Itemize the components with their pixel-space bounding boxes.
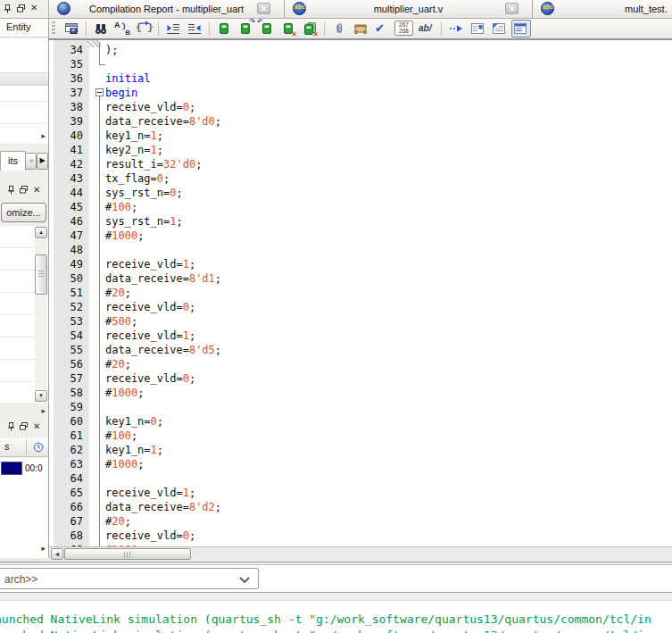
code-text: initial (105, 71, 151, 86)
code-text: key2_n=1; (105, 143, 163, 157)
match-brace-icon[interactable]: { } (135, 21, 153, 37)
column-divider[interactable] (26, 440, 27, 454)
fold-collapse-icon[interactable] (95, 88, 104, 96)
list-row-divider (0, 101, 48, 102)
tasks-list[interactable]: ▴ ▾ (0, 226, 48, 403)
pin-icon[interactable] (6, 421, 16, 431)
code-text: #1000; (105, 457, 144, 471)
scroll-down-button[interactable]: ▾ (35, 390, 47, 402)
scrollbar-thumb[interactable] (64, 548, 191, 560)
code-line: 44sys_rst_n=0; (49, 186, 672, 200)
close-panel-icon[interactable]: ✕ (30, 4, 37, 12)
pane-view-1-icon[interactable] (469, 21, 486, 37)
line-number: 50 (49, 271, 89, 286)
tab-scroll-right-button[interactable]: ▶ (37, 153, 48, 170)
tasks-column-headers[interactable]: s (0, 438, 48, 457)
project-navigator-list[interactable]: ▸ (0, 38, 48, 144)
attach-icon[interactable] (330, 21, 348, 37)
code-line: 40key1_n=1; (49, 129, 672, 143)
scroll-up-button[interactable]: ▴ (35, 227, 47, 238)
line-number: 64 (49, 471, 89, 486)
code-text: #1000; (105, 386, 144, 400)
tab-label: its (8, 155, 18, 166)
pane-view-3-icon[interactable] (511, 20, 531, 37)
pin-icon[interactable] (6, 185, 16, 195)
search-bar-row: arch>> (0, 565, 672, 592)
line-number: 57 (49, 371, 89, 386)
messages-pane-header-band (0, 593, 672, 601)
delete-all-bookmarks-icon[interactable]: ✕ (301, 21, 319, 37)
tab-title: mult_test. (625, 4, 668, 14)
scroll-left-button[interactable]: ◂ (51, 548, 63, 560)
fold-scope-line (99, 271, 100, 286)
line-number: 58 (49, 386, 89, 400)
line-number: 59 (49, 400, 89, 414)
previous-bookmark-icon[interactable]: ↶ (258, 21, 276, 37)
find-icon[interactable] (92, 21, 110, 37)
add-bookmark-icon[interactable] (215, 21, 233, 37)
tab-close-icon[interactable]: ✕ (505, 3, 519, 14)
line-number: 46 (49, 214, 89, 229)
editor-horizontal-scrollbar[interactable]: ◂ (49, 546, 672, 561)
toolbar-grip[interactable] (52, 21, 55, 36)
code-editor-surface[interactable]: 34);3536initial37begin38receive_vld=0;39… (49, 40, 672, 546)
code-line: 56#20; (49, 357, 672, 371)
scroll-right-icon[interactable]: ▸ (41, 131, 46, 140)
scrollbar-thumb[interactable] (35, 254, 47, 295)
comment-icon[interactable]: ab/ (418, 21, 436, 37)
application-window: ✕ Compilation Report - multiplier_uart ✕… (0, 0, 672, 633)
line-number: 37 (49, 86, 89, 100)
code-text: data_receive=8'd5; (105, 343, 221, 357)
fold-scope-line (99, 343, 100, 357)
tab-compilation-report[interactable]: Compilation Report - multiplier_uart ✕ (49, 0, 285, 18)
list-row-divider (0, 123, 48, 124)
line-number: 56 (49, 357, 89, 371)
window-save-icon[interactable] (62, 21, 80, 37)
scroll-right-icon[interactable]: ▸ (41, 544, 46, 553)
scroll-right-icon[interactable]: ▸ (41, 406, 46, 415)
pin-icon[interactable] (3, 4, 12, 13)
search-combobox[interactable]: arch>> (0, 568, 259, 589)
float-icon[interactable] (19, 421, 29, 431)
progress-bar (1, 462, 22, 475)
replace-icon[interactable]: A B (113, 21, 131, 37)
fold-scope-line (99, 329, 100, 343)
close-panel-icon[interactable]: ✕ (33, 186, 40, 195)
float-icon[interactable] (16, 4, 26, 13)
indent-icon[interactable] (164, 21, 182, 37)
tab-scroll-left-button[interactable]: ◂ (25, 153, 37, 170)
code-text: tx_flag=0; (105, 171, 170, 186)
goto-icon[interactable] (447, 21, 465, 37)
project-navigator-header[interactable]: Entity (0, 19, 48, 37)
macro-icon[interactable] (352, 21, 369, 37)
code-text: receive_vld=1; (105, 257, 195, 271)
line-number: 62 (49, 443, 89, 457)
tab-close-icon[interactable]: ✕ (257, 3, 270, 14)
chevron-down-icon[interactable] (239, 577, 250, 583)
code-text: receive_vld=0; (105, 100, 195, 114)
toolbar-separator (158, 21, 159, 36)
tab-multiplier-uart-v[interactable]: abc multiplier_uart.v ✕ (285, 0, 533, 18)
fold-scope-line (99, 357, 100, 371)
pane-view-2-icon[interactable] (490, 21, 508, 37)
code-line: 43tx_flag=0; (49, 171, 672, 186)
line-count-icon[interactable]: 267268 (394, 21, 414, 37)
status-message: aunched NativeLink simulation (quartus_s… (0, 612, 651, 626)
code-line: 67#20; (49, 514, 672, 529)
outdent-icon[interactable] (186, 21, 203, 37)
tab-design-units[interactable]: its (0, 151, 26, 171)
fold-margin (89, 329, 105, 343)
float-icon[interactable] (19, 185, 29, 195)
code-text: #20; (105, 286, 131, 300)
code-line: 68receive_vld=0; (49, 529, 672, 543)
spellcheck-icon[interactable]: ✔ (373, 21, 391, 37)
fold-margin (89, 429, 105, 443)
tab-mult-test[interactable]: abc mult_test. (533, 0, 672, 18)
next-bookmark-icon[interactable]: ↷ (236, 21, 254, 37)
customize-button[interactable]: omize... (1, 203, 46, 222)
code-text: ); (105, 43, 118, 57)
messages-pane[interactable]: aunched NativeLink simulation (quartus_s… (0, 593, 672, 633)
task-time-value: 00:0 (25, 463, 42, 473)
delete-bookmark-icon[interactable]: ✕ (279, 21, 297, 37)
close-panel-icon[interactable]: ✕ (33, 422, 40, 431)
